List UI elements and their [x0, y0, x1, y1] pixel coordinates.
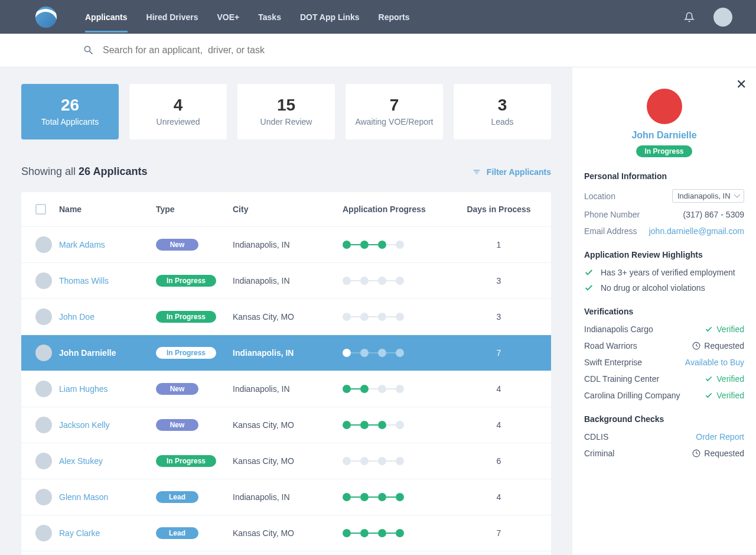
- phone-value: (317) 867 - 5309: [683, 210, 744, 219]
- stat-label: Total Applicants: [27, 117, 113, 126]
- row-days: 3: [497, 312, 501, 322]
- row-name[interactable]: John Darnielle: [59, 348, 116, 358]
- search-input[interactable]: [103, 45, 673, 56]
- progress-meter: [343, 529, 461, 537]
- stat-number: 7: [351, 97, 437, 113]
- bell-icon[interactable]: [684, 12, 695, 22]
- row-name[interactable]: Jackson Kelly: [59, 420, 110, 430]
- check-icon: [705, 375, 713, 383]
- row-name[interactable]: Glenn Mason: [59, 492, 108, 502]
- location-select[interactable]: Indianapolis, IN: [672, 189, 744, 203]
- col-type[interactable]: Type: [156, 205, 233, 214]
- nav-item-voe-[interactable]: VOE+: [217, 2, 240, 33]
- row-name[interactable]: John Doe: [59, 312, 94, 322]
- verification-status: Verified: [705, 324, 744, 334]
- type-badge: In Progress: [156, 311, 216, 323]
- col-days[interactable]: Days in Process: [461, 205, 537, 214]
- table-row[interactable]: John DoeIn ProgressKansas City, MO3: [21, 299, 551, 335]
- col-name[interactable]: Name: [59, 205, 156, 214]
- row-name[interactable]: Ray Clarke: [59, 528, 100, 538]
- close-icon[interactable]: ✕: [736, 77, 747, 92]
- table-row[interactable]: Thomas WillsIn ProgressIndianapolis, IN3: [21, 263, 551, 299]
- verification-status[interactable]: Order Report: [696, 432, 744, 442]
- applicant-name: John Darnielle: [584, 130, 744, 141]
- verification-row: CriminalRequested: [584, 449, 744, 458]
- table-row[interactable]: Neil RobertsLeadIndianapolis, IN6: [21, 551, 551, 555]
- highlight-item: Has 3+ years of verified employment: [584, 268, 744, 277]
- check-icon: [584, 268, 594, 277]
- progress-meter: [343, 313, 461, 321]
- type-badge: In Progress: [156, 347, 216, 359]
- table-row[interactable]: Mark AdamsNewIndianapolis, IN1: [21, 227, 551, 263]
- type-badge: Lead: [156, 491, 198, 503]
- row-days: 4: [497, 384, 501, 394]
- row-name[interactable]: Liam Hughes: [59, 384, 108, 394]
- row-name[interactable]: Thomas Wills: [59, 276, 109, 285]
- row-avatar: [35, 272, 52, 289]
- nav-item-tasks[interactable]: Tasks: [258, 2, 281, 33]
- row-days: 4: [497, 492, 501, 502]
- table-row[interactable]: Jackson KellyNewKansas City, MO4: [21, 407, 551, 443]
- row-avatar: [35, 309, 52, 325]
- row-city: Indianapolis, IN: [233, 492, 290, 502]
- row-avatar: [35, 381, 52, 397]
- verification-name: Swift Enterprise: [584, 358, 642, 367]
- bg-title: Background Checks: [584, 414, 744, 424]
- stat-card-total-applicants[interactable]: 26Total Applicants: [21, 84, 119, 139]
- type-badge: New: [156, 239, 198, 251]
- filter-applicants-button[interactable]: Filter Applicants: [472, 167, 551, 177]
- user-avatar[interactable]: [713, 8, 732, 27]
- clock-icon: [692, 342, 700, 350]
- stat-card-unreviewed[interactable]: 4Unreviewed: [129, 84, 227, 139]
- stats-row: 26Total Applicants4Unreviewed15Under Rev…: [21, 84, 551, 139]
- search-icon: [83, 44, 94, 56]
- table-row[interactable]: Liam HughesNewIndianapolis, IN4: [21, 371, 551, 407]
- row-avatar: [35, 417, 52, 433]
- email-value[interactable]: john.darnielle@gmail.com: [649, 226, 744, 236]
- location-label: Location: [584, 192, 615, 201]
- row-name[interactable]: Mark Adams: [59, 240, 105, 249]
- col-city[interactable]: City: [233, 205, 343, 214]
- row-days: 7: [497, 348, 501, 358]
- row-avatar: [35, 453, 52, 469]
- progress-meter: [343, 385, 461, 393]
- check-icon: [705, 325, 713, 333]
- stat-label: Leads: [460, 117, 545, 126]
- row-city: Indianapolis, IN: [233, 348, 294, 358]
- nav-item-hired-drivers[interactable]: Hired Drivers: [146, 2, 198, 33]
- table-header: Name Type City Application Progress Days…: [21, 192, 551, 227]
- verification-row: CDL Training CenterVerified: [584, 374, 744, 384]
- check-icon: [584, 283, 594, 293]
- stat-card-leads[interactable]: 3Leads: [454, 84, 551, 139]
- table-header-controls: Showing all 26 Applicants Filter Applica…: [21, 165, 551, 178]
- verification-status: Requested: [692, 449, 744, 458]
- nav-item-applicants[interactable]: Applicants: [85, 2, 128, 33]
- row-name[interactable]: Alex Stukey: [59, 456, 103, 466]
- stat-card-awaiting-voe-report[interactable]: 7Awaiting VOE/Report: [346, 84, 443, 139]
- col-progress[interactable]: Application Progress: [343, 205, 461, 214]
- stat-label: Unreviewed: [135, 117, 221, 126]
- applicant-avatar: [647, 89, 682, 124]
- table-row[interactable]: John DarnielleIn ProgressIndianapolis, I…: [21, 335, 551, 371]
- nav-item-reports[interactable]: Reports: [379, 2, 410, 33]
- type-badge: New: [156, 419, 198, 431]
- row-city: Kansas City, MO: [233, 528, 294, 538]
- verification-row: CDLISOrder Report: [584, 432, 744, 442]
- verification-name: CDL Training Center: [584, 374, 659, 384]
- highlights-section: Application Review Highlights Has 3+ yea…: [584, 250, 744, 293]
- verification-name: CDLIS: [584, 432, 608, 442]
- row-city: Indianapolis, IN: [233, 276, 290, 285]
- stat-card-under-review[interactable]: 15Under Review: [237, 84, 335, 139]
- applicant-status-badge: In Progress: [636, 145, 692, 157]
- table-row[interactable]: Glenn MasonLeadIndianapolis, IN4: [21, 479, 551, 515]
- select-all-checkbox[interactable]: [35, 204, 46, 215]
- stat-number: 4: [135, 97, 221, 113]
- verification-row: Swift EnterpriseAvailable to Buy: [584, 358, 744, 367]
- table-row[interactable]: Ray ClarkeLeadKansas City, MO7: [21, 515, 551, 551]
- verification-status[interactable]: Available to Buy: [685, 358, 744, 367]
- table-row[interactable]: Alex StukeyIn ProgressKansas City, MO6: [21, 443, 551, 479]
- row-city: Kansas City, MO: [233, 420, 294, 430]
- nav-item-dot-app-links[interactable]: DOT App Links: [300, 2, 360, 33]
- brand-logo[interactable]: [35, 7, 57, 28]
- row-city: Kansas City, MO: [233, 312, 294, 322]
